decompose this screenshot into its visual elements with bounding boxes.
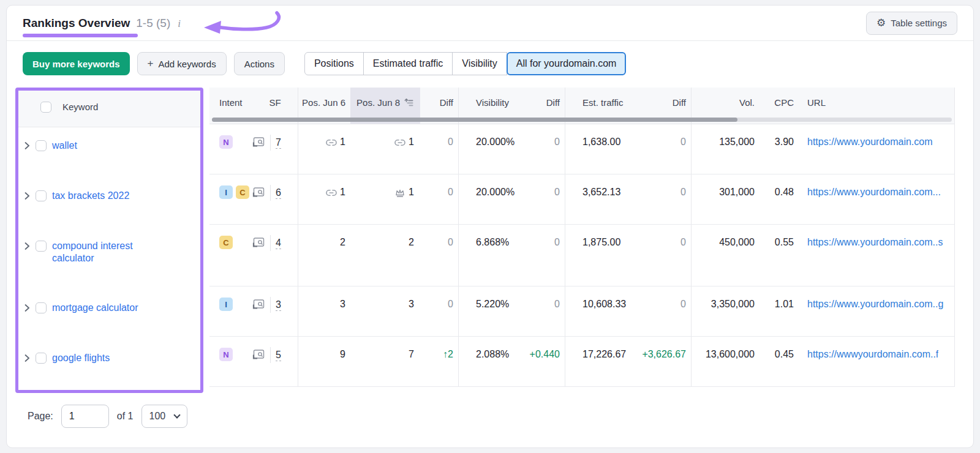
position-value: 2: [350, 225, 420, 286]
est-traffic-value: 1,638.00: [565, 124, 639, 174]
tab-positions[interactable]: Positions: [304, 52, 364, 75]
expand-chevron-icon[interactable]: [24, 141, 30, 150]
sorted-column-label: Pos. Jun 8: [356, 97, 400, 108]
divider: [270, 347, 271, 363]
info-icon[interactable]: i: [178, 18, 181, 30]
position-value: 3: [350, 286, 420, 336]
intent-badge-informational: I: [219, 185, 233, 199]
url-link[interactable]: https://www.yourdomain.com..g: [807, 299, 943, 310]
table-settings-button[interactable]: ⚙ Table settings: [866, 12, 957, 35]
position-value: 7: [350, 337, 420, 386]
url-link[interactable]: https://www.yourdomain.com...: [807, 187, 941, 198]
est-traffic-diff: 0: [639, 286, 691, 336]
keyword-column-highlight-box: Keyword wallet tax brackets 2022 compoun…: [15, 88, 203, 393]
position-value: 9: [298, 337, 350, 386]
horizontal-scrollbar-thumb[interactable]: [212, 118, 737, 122]
intent-badge-commercial: C: [219, 236, 233, 249]
position-diff: 0: [420, 124, 458, 174]
page-label: Page:: [28, 411, 53, 422]
page-number-input[interactable]: [61, 405, 109, 428]
serp-features-count[interactable]: 3: [276, 299, 281, 311]
est-traffic-value: 3,652.13: [565, 174, 639, 224]
expand-chevron-icon[interactable]: [24, 242, 30, 250]
position-value: 1: [340, 187, 345, 198]
divider: [270, 185, 271, 201]
serp-features-count[interactable]: 7: [276, 137, 281, 149]
sort-order-icon: [404, 99, 414, 107]
est-traffic-diff: +3,626.67: [639, 337, 691, 386]
visibility-diff: 0: [527, 286, 565, 336]
intent-badge-navigational: N: [219, 348, 233, 361]
url-link[interactable]: https://wwwyourdomain.com..f: [807, 349, 938, 360]
volume-value: 301,000: [691, 174, 760, 224]
est-traffic-diff: 0: [639, 124, 691, 174]
rankings-overview-panel: Rankings Overview 1-5 (5) i ⚙ Table sett…: [6, 5, 974, 448]
table-row: I C 6 1 1 0 20.000% 0: [209, 174, 954, 225]
tab-visibility[interactable]: Visibility: [452, 52, 507, 75]
cpc-value: 0.55: [760, 225, 799, 286]
cpc-value: 1.01: [760, 286, 799, 336]
serp-features-icon[interactable]: [252, 349, 265, 360]
est-traffic-value: 17,226.67: [565, 337, 639, 386]
cpc-value: 0.45: [760, 337, 799, 386]
divider: [270, 235, 271, 251]
position-value: 1: [409, 137, 414, 148]
keyword-link[interactable]: tax brackets 2022: [52, 190, 129, 202]
position-value: 1: [409, 187, 414, 198]
keyword-link[interactable]: mortgage calculator: [52, 302, 138, 314]
row-checkbox[interactable]: [36, 302, 47, 313]
position-diff: 0: [420, 286, 458, 336]
select-all-checkbox[interactable]: [40, 102, 51, 113]
toolbar: Buy more keywords + Add keywords Actions…: [7, 41, 973, 75]
chevron-down-icon: [173, 411, 180, 418]
serp-features-count[interactable]: 4: [276, 237, 281, 249]
row-checkbox[interactable]: [36, 190, 47, 201]
plus-icon: +: [148, 58, 154, 70]
serp-features-icon[interactable]: [252, 299, 265, 310]
serp-features-icon[interactable]: [252, 237, 265, 248]
intent-badge-navigational: N: [219, 135, 233, 149]
rows-per-page-select[interactable]: 100: [141, 405, 187, 428]
row-checkbox[interactable]: [36, 353, 47, 364]
tab-estimated-traffic[interactable]: Estimated traffic: [363, 52, 453, 75]
visibility-value: 5.220%: [458, 286, 527, 336]
expand-chevron-icon[interactable]: [24, 304, 30, 312]
visibility-value: 20.000%: [458, 174, 527, 224]
keyword-link[interactable]: google flights: [52, 352, 110, 364]
url-link[interactable]: https://www.yourdomain.com: [807, 137, 933, 148]
gear-icon: ⚙: [876, 18, 886, 28]
table-row: I 3 3 3 0 5.220% 0 10,608.33 0 3,350,000…: [209, 286, 954, 337]
intent-badge-informational: I: [219, 298, 233, 311]
serp-features-icon[interactable]: [252, 137, 265, 148]
table-row: N 7 1 1 0 20.000% 0 1,638.00 0: [209, 124, 954, 174]
view-segmented-control: Positions Estimated traffic Visibility A…: [304, 52, 626, 75]
keyword-link[interactable]: compound interest calculator: [52, 240, 159, 264]
visibility-diff: 0: [527, 225, 565, 286]
metrics-columns-area: Intent SF Pos. Jun 6 Pos. Jun 8 Diff Vis…: [209, 88, 955, 387]
keyword-cell: compound interest calculator: [18, 228, 200, 290]
serp-features-count[interactable]: 6: [276, 187, 281, 199]
page-count-label: of 1: [117, 411, 134, 422]
tab-all-for-yourdomain[interactable]: All for yourdomain.com: [507, 52, 627, 75]
intent-badge-commercial: C: [236, 185, 249, 199]
keyword-cell: mortgage calculator: [18, 290, 200, 340]
add-keywords-label: Add keywords: [159, 59, 216, 69]
volume-value: 3,350,000: [691, 286, 760, 336]
serp-features-count[interactable]: 5: [276, 349, 281, 361]
visibility-diff: +0.440: [527, 337, 565, 386]
buy-more-keywords-button[interactable]: Buy more keywords: [23, 52, 130, 75]
est-traffic-diff: 0: [639, 174, 691, 224]
serp-features-icon[interactable]: [252, 187, 265, 198]
add-keywords-button[interactable]: + Add keywords: [137, 52, 227, 75]
cpc-value: 0.48: [760, 174, 799, 224]
actions-button[interactable]: Actions: [234, 52, 285, 75]
keyword-link[interactable]: wallet: [52, 140, 77, 152]
row-checkbox[interactable]: [36, 140, 47, 151]
keyword-header-label: Keyword: [62, 102, 98, 112]
expand-chevron-icon[interactable]: [24, 354, 30, 362]
link-icon: [394, 138, 405, 148]
expand-chevron-icon[interactable]: [24, 192, 30, 200]
row-checkbox[interactable]: [36, 241, 47, 252]
url-link[interactable]: https://www.yourdomain.com..s: [807, 237, 943, 248]
rows-per-page-value: 100: [149, 411, 166, 422]
